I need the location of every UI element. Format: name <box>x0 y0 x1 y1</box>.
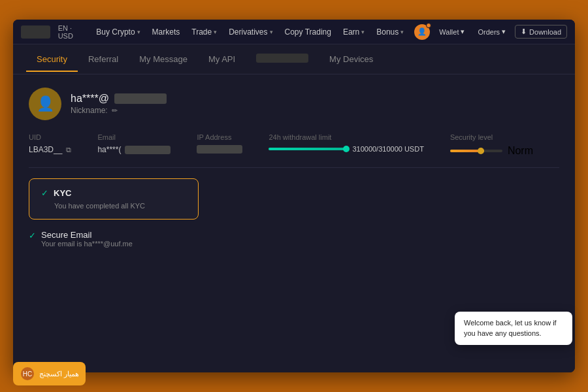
progress-bar <box>269 148 347 150</box>
secure-email-title: Secure Email <box>41 230 133 240</box>
kyc-description: You have completed all KYC <box>54 202 186 210</box>
secure-email-info: Secure Email Your email is ha****@uuf.me <box>41 230 133 248</box>
security-col: Security level Norm <box>450 133 533 157</box>
tab-blurred-content <box>256 54 308 63</box>
email-col: Email ha****( <box>97 133 171 154</box>
security-bar-container: Norm <box>450 145 533 157</box>
watermark-text: همیار اکسچنج <box>39 370 79 378</box>
watermark-icon: HC <box>20 366 35 382</box>
security-dot <box>478 148 484 154</box>
progress-dot <box>343 146 350 152</box>
divider <box>29 167 559 168</box>
watermark: HC همیار اکسچنج <box>13 362 86 385</box>
chat-bubble: Welcome back, let us know if you have an… <box>455 312 572 345</box>
email-label: Email <box>97 133 171 141</box>
download-icon: ⬇ <box>521 27 527 36</box>
uid-col: UID LBA3D__ ⧉ <box>29 133 71 154</box>
chevron-down-icon: ▾ <box>137 29 140 35</box>
uid-value: LBA3D__ ⧉ <box>29 145 71 154</box>
profile-name: ha****@ <box>71 93 167 105</box>
secure-email-row: ✓ Secure Email Your email is ha****@uuf.… <box>13 230 575 248</box>
svg-text:HC: HC <box>23 370 32 378</box>
ip-label: IP Address <box>197 133 242 141</box>
info-row: UID LBA3D__ ⧉ Email ha****( IP Address <box>13 128 575 167</box>
ip-col: IP Address <box>197 133 242 154</box>
tab-referral[interactable]: Referral <box>78 46 129 72</box>
tab-blurred[interactable] <box>246 46 319 73</box>
ip-blur <box>197 145 242 154</box>
withdrawal-label: 24h withdrawal limit <box>269 133 423 141</box>
progress-fill <box>269 148 347 150</box>
nav-trade[interactable]: Trade ▾ <box>186 25 222 39</box>
secure-check-icon: ✓ <box>29 231 36 240</box>
chevron-down-icon: ▾ <box>502 27 506 36</box>
edit-nickname-icon[interactable]: ✏ <box>112 106 118 115</box>
ip-value <box>197 145 242 154</box>
cards-section: ✓ KYC You have completed all KYC <box>13 173 575 225</box>
logo <box>21 25 50 39</box>
withdrawal-value: 310000/310000 USDT <box>352 145 423 153</box>
chevron-down-icon: ▾ <box>461 27 465 36</box>
secure-email-desc: Your email is ha****@uuf.me <box>41 240 133 248</box>
tab-security[interactable]: Security <box>26 46 78 72</box>
tab-my-api[interactable]: My API <box>198 46 246 72</box>
nav-bonus[interactable]: Bonus ▾ <box>371 25 409 39</box>
nav-buy-crypto[interactable]: Buy Crypto ▾ <box>91 25 145 39</box>
nav-earn[interactable]: Earn ▾ <box>338 25 370 39</box>
profile-info: ha****@ Nickname: ✏ <box>71 93 167 115</box>
orders-button[interactable]: Orders ▾ <box>474 25 510 38</box>
name-blur <box>114 93 167 104</box>
nav-derivatives[interactable]: Derivatives ▾ <box>223 25 278 39</box>
check-icon: ✓ <box>41 188 48 198</box>
tab-my-devices[interactable]: My Devices <box>319 46 384 72</box>
profile-section: 👤 ha****@ Nickname: ✏ <box>13 74 575 128</box>
withdrawal-progress: 310000/310000 USDT <box>269 145 423 153</box>
kyc-card: ✓ KYC You have completed all KYC <box>29 178 199 220</box>
wallet-button[interactable]: Wallet ▾ <box>435 25 468 38</box>
chevron-down-icon: ▾ <box>361 29 365 35</box>
nav-copy-trading[interactable]: Copy Trading <box>280 25 336 39</box>
tabs-bar: Security Referral My Message My API My D… <box>13 44 575 74</box>
security-bar <box>450 150 502 152</box>
kyc-title-row: ✓ KYC <box>41 188 186 198</box>
lang-selector[interactable]: EN · USD <box>58 24 86 40</box>
nav-items: Buy Crypto ▾ Markets Trade ▾ Derivatives… <box>91 25 409 39</box>
kyc-title: KYC <box>54 188 71 198</box>
nav-markets[interactable]: Markets <box>147 25 186 39</box>
withdrawal-col: 24h withdrawal limit 310000/310000 USDT <box>269 133 423 153</box>
email-value: ha****( <box>97 145 171 154</box>
chevron-down-icon: ▾ <box>214 29 217 35</box>
security-label: Security level <box>450 133 533 141</box>
avatar: 👤 <box>29 88 61 120</box>
uid-label: UID <box>29 133 71 141</box>
security-level-text: Norm <box>508 145 533 157</box>
top-nav-bar: EN · USD Buy Crypto ▾ Markets Trade ▾ De… <box>13 20 575 44</box>
notification-dot <box>426 23 431 28</box>
user-avatar[interactable]: 👤 <box>414 24 430 40</box>
download-button[interactable]: ⬇ Download <box>515 25 567 39</box>
chevron-down-icon: ▾ <box>400 29 404 35</box>
tab-my-message[interactable]: My Message <box>129 46 198 72</box>
chevron-down-icon: ▾ <box>270 29 273 35</box>
copy-uid-icon[interactable]: ⧉ <box>66 146 71 154</box>
nav-right: 👤 Wallet ▾ Orders ▾ ⬇ Download <box>414 24 567 40</box>
profile-nickname: Nickname: ✏ <box>71 106 167 115</box>
email-blur <box>125 146 171 154</box>
